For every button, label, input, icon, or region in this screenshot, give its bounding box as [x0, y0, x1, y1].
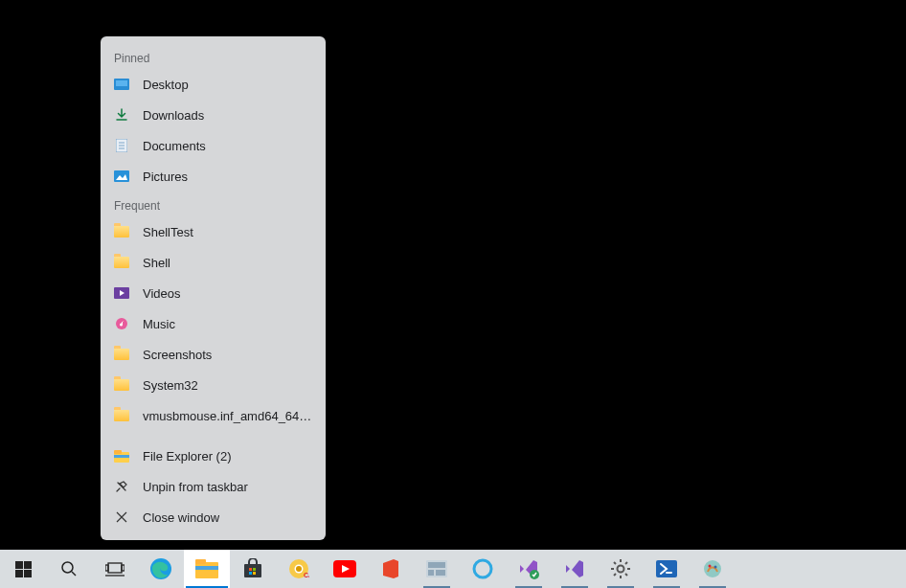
- folder-icon: [114, 377, 129, 393]
- svg-rect-13: [114, 455, 129, 458]
- pinned-item-desktop[interactable]: Desktop: [101, 69, 326, 100]
- videos-icon: [114, 285, 129, 301]
- app-extra-icon: [702, 558, 723, 579]
- file-explorer-icon: [195, 559, 218, 578]
- svg-rect-22: [122, 565, 125, 571]
- close-window[interactable]: Close window: [101, 502, 326, 532]
- windows-icon: [15, 561, 32, 577]
- taskbar: CAN: [0, 550, 906, 588]
- edge-icon: [149, 557, 172, 580]
- office-icon: [381, 558, 400, 579]
- search-icon: [60, 560, 78, 577]
- svg-rect-16: [15, 570, 23, 577]
- svg-rect-15: [24, 561, 32, 569]
- pinned-item-pictures[interactable]: Pictures: [101, 161, 326, 192]
- svg-point-55: [704, 560, 721, 577]
- jumplist-app-entry[interactable]: File Explorer (2): [101, 441, 326, 471]
- svg-rect-21: [105, 565, 108, 571]
- svg-point-56: [709, 565, 712, 568]
- frequent-item[interactable]: Music: [101, 308, 326, 339]
- taskbar-visual-studio[interactable]: [552, 550, 598, 588]
- frequent-item-label: System32: [143, 378, 198, 393]
- svg-rect-29: [249, 568, 252, 571]
- gear-icon: [610, 558, 631, 579]
- taskbar-settings[interactable]: [598, 550, 644, 588]
- svg-line-51: [625, 574, 627, 576]
- unpin-icon: [114, 479, 129, 494]
- document-icon: [114, 138, 129, 153]
- frequent-item[interactable]: vmusbmouse.inf_amd64_64ac7a0a...: [101, 400, 326, 431]
- visual-studio-icon: [564, 558, 585, 579]
- task-view-icon: [105, 561, 125, 577]
- pinned-item-label: Documents: [143, 139, 206, 153]
- app-icon: [426, 560, 447, 577]
- taskbar-store[interactable]: [230, 550, 276, 588]
- svg-rect-17: [24, 570, 32, 577]
- close-icon: [114, 509, 129, 525]
- taskbar-office[interactable]: [368, 550, 414, 588]
- svg-rect-30: [253, 568, 256, 571]
- folder-icon: [114, 255, 129, 270]
- cortana-icon: [472, 558, 493, 579]
- svg-rect-41: [428, 570, 434, 576]
- pinned-item-label: Desktop: [143, 78, 189, 92]
- pinned-item-documents[interactable]: Documents: [101, 130, 326, 161]
- powershell-icon: [656, 560, 677, 577]
- taskbar-cortana[interactable]: [460, 550, 506, 588]
- svg-rect-6: [114, 170, 129, 182]
- svg-rect-31: [249, 572, 252, 575]
- taskbar-youtube[interactable]: [322, 550, 368, 588]
- task-view-button[interactable]: [92, 550, 138, 588]
- frequent-item-label: ShellTest: [143, 225, 193, 239]
- taskbar-powershell[interactable]: [644, 550, 690, 588]
- search-button[interactable]: [46, 550, 92, 588]
- svg-point-45: [618, 566, 624, 573]
- svg-line-19: [72, 572, 76, 576]
- folder-icon: [114, 347, 129, 362]
- svg-point-18: [62, 562, 73, 573]
- frequent-header: Frequent: [101, 192, 326, 216]
- svg-text:CAN: CAN: [304, 572, 309, 578]
- frequent-item[interactable]: ShellTest: [101, 216, 326, 247]
- svg-rect-40: [428, 562, 445, 568]
- frequent-item[interactable]: System32: [101, 370, 326, 400]
- frequent-item[interactable]: Shell: [101, 247, 326, 278]
- start-button[interactable]: [0, 550, 46, 588]
- frequent-item-label: vmusbmouse.inf_amd64_64ac7a0a...: [143, 409, 312, 423]
- taskbar-app-extra[interactable]: [690, 550, 736, 588]
- frequent-item-label: Shell: [143, 256, 170, 270]
- pinned-item-downloads[interactable]: Downloads: [101, 100, 326, 130]
- youtube-icon: [333, 560, 356, 577]
- svg-rect-14: [15, 561, 23, 569]
- svg-rect-42: [436, 570, 445, 576]
- taskbar-chrome-canary[interactable]: CAN: [276, 550, 322, 588]
- pictures-icon: [114, 169, 129, 184]
- taskbar-edge[interactable]: [138, 550, 184, 588]
- frequent-item-label: Music: [143, 317, 175, 331]
- frequent-item[interactable]: Videos: [101, 278, 326, 308]
- vs-installer-icon: [518, 558, 539, 579]
- svg-rect-27: [195, 566, 218, 570]
- unpin-from-taskbar[interactable]: Unpin from taskbar: [101, 471, 326, 502]
- svg-rect-26: [195, 559, 206, 564]
- frequent-item-label: Videos: [143, 286, 181, 301]
- frequent-item-label: Screenshots: [143, 348, 212, 362]
- svg-rect-12: [114, 450, 122, 454]
- taskbar-vs-installer[interactable]: [506, 550, 552, 588]
- svg-rect-1: [116, 80, 127, 86]
- taskbar-app-generic[interactable]: [414, 550, 460, 588]
- taskbar-file-explorer[interactable]: [184, 550, 230, 588]
- svg-point-57: [714, 566, 717, 569]
- svg-line-50: [614, 562, 616, 564]
- pinned-item-label: Pictures: [143, 170, 188, 184]
- svg-point-43: [474, 560, 491, 577]
- store-icon: [242, 558, 263, 579]
- svg-rect-20: [108, 563, 122, 573]
- frequent-item[interactable]: Screenshots: [101, 339, 326, 370]
- desktop-icon: [114, 77, 129, 92]
- close-window-label: Close window: [143, 510, 219, 525]
- chrome-canary-icon: CAN: [288, 558, 309, 579]
- svg-line-52: [625, 562, 627, 564]
- unpin-label: Unpin from taskbar: [143, 480, 248, 494]
- pinned-item-label: Downloads: [143, 108, 204, 123]
